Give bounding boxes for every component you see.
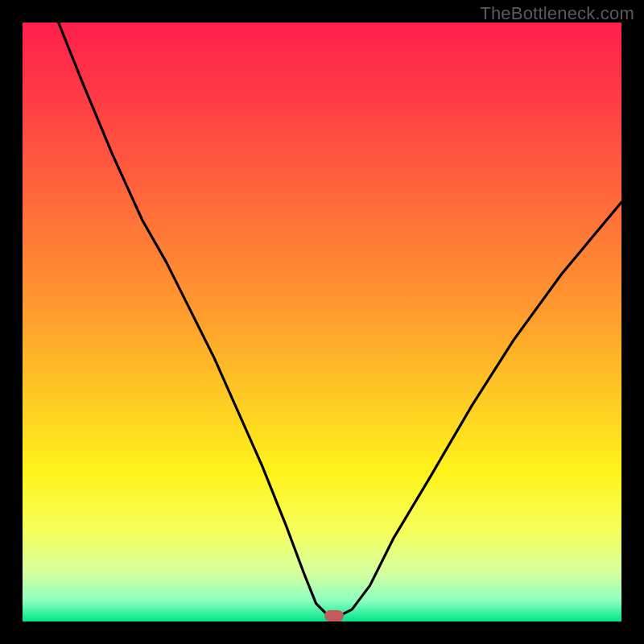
optimal-point-marker (324, 610, 344, 621)
chart-frame: TheBottleneck.com (0, 0, 644, 644)
watermark-text: TheBottleneck.com (480, 3, 634, 24)
plot-area (23, 23, 621, 621)
bottleneck-curve (23, 23, 621, 621)
